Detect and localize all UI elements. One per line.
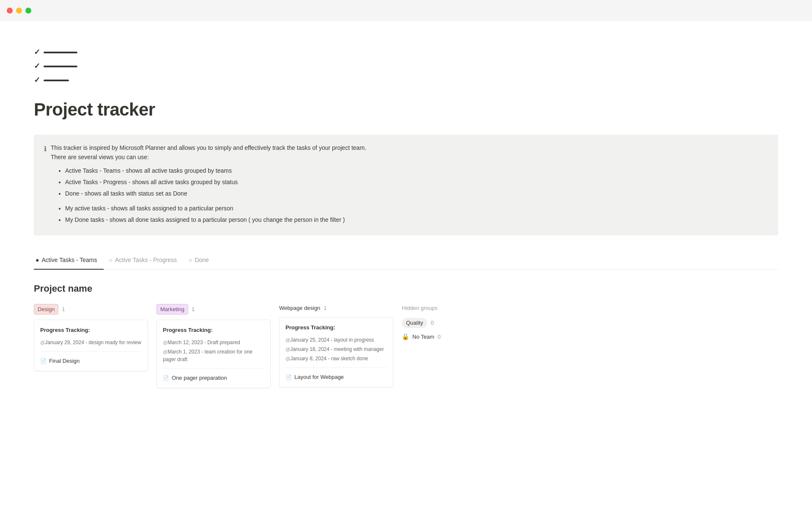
window-chrome — [0, 0, 812, 21]
group-count-webpage: 1 — [324, 304, 326, 312]
maximize-dot[interactable] — [25, 8, 31, 14]
task-name-row-marketing: 📄 One pager preparation — [163, 368, 264, 382]
task-card-webpage[interactable]: Progress Tracking: @January 25, 2024 - l… — [279, 317, 393, 387]
page-title: Project tracker — [34, 96, 778, 123]
group-count-marketing: 1 — [192, 305, 195, 314]
task-date-entry-marketing-1: @March 1, 2023 - team creation for one p… — [163, 348, 264, 363]
group-marketing: Marketing 1 Progress Tracking: @March 12… — [156, 304, 271, 393]
list-item: Done - shows all tasks with status set a… — [65, 189, 768, 198]
tab-icon-progress: ○ — [109, 256, 112, 265]
page-icon: ✓ ✓ ✓ — [34, 47, 778, 86]
task-card-marketing[interactable]: Progress Tracking: @March 12, 2023 - Dra… — [156, 320, 271, 388]
info-list-2: My active tasks - shows all tasks assign… — [58, 204, 768, 224]
task-name-icon-webpage: 📄 — [285, 373, 292, 381]
tab-icon-done: ○ — [189, 256, 192, 265]
minimize-dot[interactable] — [16, 8, 22, 14]
task-name-row-webpage: 📄 Layout for Webpage — [285, 367, 387, 381]
no-team-label: No Team — [412, 333, 434, 341]
info-box: ℹ This tracker is inspired by Microsoft … — [34, 135, 778, 235]
info-sub-intro: There are several views you can use: — [51, 152, 366, 162]
lock-icon: 🔒 — [402, 332, 409, 341]
task-name-marketing: One pager preparation — [172, 374, 227, 382]
task-name-design: Final Design — [49, 357, 80, 365]
task-card-design[interactable]: Progress Tracking: @January 29, 2024 - d… — [34, 320, 148, 371]
main-content: ✓ ✓ ✓ Project tracker ℹ This tracker is … — [0, 21, 812, 426]
group-header-marketing: Marketing 1 — [156, 304, 271, 315]
tab-icon-teams: ● — [36, 256, 39, 265]
task-name-icon-marketing: 📄 — [163, 374, 169, 382]
group-webpage: Webpage design 1 Progress Tracking: @Jan… — [279, 304, 393, 392]
task-date-entry-webpage-1: @January 18, 2024 - meeting with manager — [285, 345, 387, 353]
hidden-count-noteam: 0 — [438, 333, 441, 341]
info-icon: ℹ — [44, 144, 47, 154]
task-date-entry-webpage-0: @January 25, 2024 - layout in progress — [285, 336, 387, 344]
group-header-design: Design 1 — [34, 304, 148, 315]
info-list: Active Tasks - Teams - shows all active … — [58, 166, 768, 198]
info-intro: This tracker is inspired by Microsoft Pl… — [51, 143, 366, 152]
task-name-webpage: Layout for Webpage — [294, 373, 344, 381]
close-dot[interactable] — [7, 8, 13, 14]
task-date-entry-webpage-2: @January 8, 2024 - raw sketch done — [285, 355, 387, 362]
list-item: Active Tasks - Progress - shows all acti… — [65, 178, 768, 187]
groups-row: Design 1 Progress Tracking: @January 29,… — [34, 304, 778, 393]
group-design: Design 1 Progress Tracking: @January 29,… — [34, 304, 148, 376]
group-count-design: 1 — [62, 305, 65, 314]
task-name-row-design: 📄 Final Design — [40, 351, 142, 365]
task-card-title-design: Progress Tracking: — [40, 326, 142, 334]
tab-active-tasks-progress[interactable]: ○ Active Tasks - Progress — [107, 252, 183, 270]
badge-marketing: Marketing — [156, 304, 188, 315]
tab-active-tasks-teams[interactable]: ● Active Tasks - Teams — [34, 252, 104, 270]
section-title: Project name — [34, 282, 778, 295]
hidden-groups-column: Hidden groups Quality 0 🔒 No Team 0 — [402, 304, 478, 345]
hidden-group-noteam: 🔒 No Team 0 — [402, 332, 478, 341]
badge-webpage: Webpage design — [279, 304, 320, 312]
task-date-entry-design-0: @January 29, 2024 - design ready for rev… — [40, 339, 142, 346]
list-item: My active tasks - shows all tasks assign… — [65, 204, 768, 213]
tabs-container: ● Active Tasks - Teams ○ Active Tasks - … — [34, 252, 778, 270]
task-name-icon-design: 📄 — [40, 357, 47, 365]
task-card-title-marketing: Progress Tracking: — [163, 326, 264, 334]
hidden-groups-label: Hidden groups — [402, 304, 478, 312]
list-item: My Done tasks - shows all done tasks ass… — [65, 215, 768, 224]
badge-design: Design — [34, 304, 58, 315]
badge-quality: Quality — [402, 318, 427, 328]
tab-done[interactable]: ○ Done — [187, 252, 216, 270]
task-card-title-webpage: Progress Tracking: — [285, 323, 387, 332]
task-date-entry-marketing-0: @March 12, 2023 - Draft prepared — [163, 339, 264, 346]
hidden-group-quality: Quality 0 — [402, 318, 478, 328]
hidden-count-quality: 0 — [431, 319, 433, 327]
list-item: Active Tasks - Teams - shows all active … — [65, 166, 768, 175]
group-header-webpage: Webpage design 1 — [279, 304, 393, 312]
